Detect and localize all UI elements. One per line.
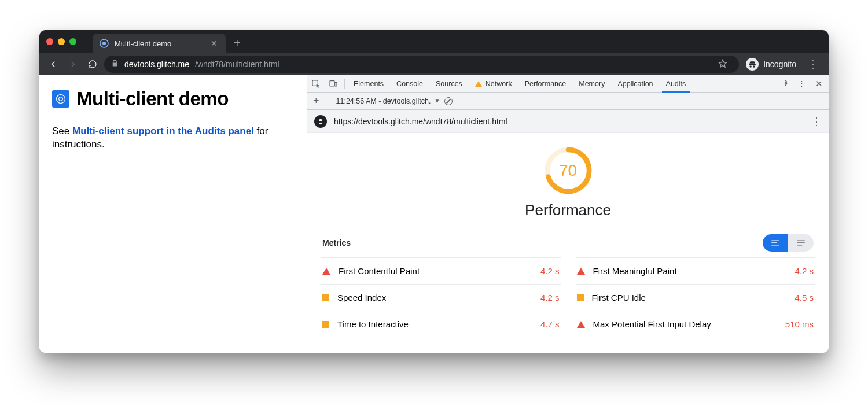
metric-value: 4.5 s	[795, 293, 814, 302]
metric-value: 4.2 s	[540, 293, 560, 302]
triangle-icon	[322, 268, 330, 275]
square-icon	[577, 294, 584, 301]
devtools-panel: Elements Console Sources Network Perform…	[307, 75, 829, 353]
tab-console[interactable]: Console	[390, 75, 429, 92]
see-prefix: See	[52, 126, 72, 136]
caret-down-icon: ▼	[435, 98, 440, 104]
svg-rect-5	[330, 80, 334, 86]
maximize-window-button[interactable]	[69, 38, 76, 45]
device-toolbar-button[interactable]	[325, 75, 342, 92]
address-bar[interactable]: devtools.glitch.me/wndt78/multiclient.ht…	[104, 56, 739, 73]
tab-performance[interactable]: Performance	[518, 75, 573, 92]
audit-run-select[interactable]: 11:24:56 AM - devtools.glitch. ▼	[336, 97, 440, 105]
page-link[interactable]: Multi-client support in the Audits panel	[72, 126, 254, 136]
metrics-view-toggle	[763, 234, 814, 252]
metric-fmp[interactable]: First Meaningful Paint 4.2 s	[576, 257, 815, 284]
tab-network[interactable]: Network	[469, 75, 518, 92]
lock-icon	[111, 60, 119, 69]
metric-fcp[interactable]: First Contentful Paint 4.2 s	[321, 257, 561, 284]
metric-si[interactable]: Speed Index 4.2 s	[321, 284, 561, 311]
browser-window: Multi-client demo ✕ + devtools.glitch.me…	[39, 30, 829, 353]
content-area: Multi-client demo See Multi-client suppo…	[39, 75, 829, 353]
page-logo-icon	[52, 90, 69, 108]
page-title: Multi-client demo	[76, 88, 229, 110]
audits-body: 70 Performance Metrics	[307, 133, 829, 353]
score-gauge: 70 Performance	[321, 143, 815, 219]
close-devtools-button[interactable]: ✕	[810, 79, 829, 89]
clear-audit-button[interactable]	[444, 97, 453, 105]
inspect-element-button[interactable]	[307, 75, 325, 92]
new-tab-button[interactable]: +	[226, 36, 249, 50]
triangle-icon	[577, 321, 585, 328]
metric-value: 4.7 s	[540, 319, 560, 329]
url-path: /wndt78/multiclient.html	[195, 60, 279, 69]
browser-menu-button[interactable]: ⋮	[803, 58, 823, 71]
square-icon	[322, 321, 329, 328]
bookmark-button[interactable]	[713, 59, 732, 70]
metrics-title: Metrics	[322, 238, 351, 248]
page-header: Multi-client demo	[52, 88, 294, 110]
metric-value: 4.2 s	[540, 266, 560, 276]
svg-point-2	[57, 95, 65, 104]
page-body-text: See Multi-client support in the Audits p…	[52, 125, 294, 152]
navigation-bar: devtools.glitch.me/wndt78/multiclient.ht…	[39, 53, 829, 75]
incognito-label: Incognito	[763, 60, 796, 69]
score-label: Performance	[525, 201, 611, 219]
chrome-favicon-icon	[100, 39, 109, 48]
warning-icon	[475, 81, 482, 87]
audit-url-text: https://devtools.glitch.me/wndt78/multic…	[334, 117, 507, 126]
more-tabs-button[interactable]	[778, 80, 794, 88]
audit-url-row: https://devtools.glitch.me/wndt78/multic…	[307, 110, 829, 133]
browser-tab[interactable]: Multi-client demo ✕	[93, 34, 226, 53]
svg-point-1	[102, 42, 106, 45]
tab-sources[interactable]: Sources	[429, 75, 469, 92]
devtools-settings-button[interactable]: ⋮	[794, 79, 810, 88]
incognito-indicator[interactable]: Incognito	[742, 58, 800, 71]
toolbar-separator	[329, 96, 329, 106]
metrics-header: Metrics	[321, 234, 815, 257]
close-tab-button[interactable]: ✕	[208, 39, 220, 48]
back-button[interactable]	[45, 56, 61, 72]
audits-toolbar: + 11:24:56 AM - devtools.glitch. ▼	[307, 93, 829, 110]
metric-tti[interactable]: Time to Interactive 4.7 s	[321, 311, 561, 337]
incognito-icon	[746, 58, 759, 71]
tab-title: Multi-client demo	[115, 39, 171, 48]
triangle-icon	[577, 268, 585, 275]
metric-mpfid[interactable]: Max Potential First Input Delay 510 ms	[576, 311, 815, 337]
close-window-button[interactable]	[46, 38, 53, 45]
metric-value: 4.2 s	[795, 266, 814, 276]
url-domain: devtools.glitch.me	[124, 60, 189, 69]
toolbar-overflow: ⋮ ✕	[778, 79, 829, 89]
devtools-toolbar: Elements Console Sources Network Perform…	[307, 75, 829, 93]
minimize-window-button[interactable]	[58, 38, 65, 45]
new-audit-button[interactable]: +	[311, 95, 322, 107]
audit-url-menu-button[interactable]: ⋮	[811, 115, 822, 128]
audit-run-label: 11:24:56 AM - devtools.glitch.	[336, 97, 431, 105]
metrics-view-expanded[interactable]	[788, 234, 814, 252]
window-controls	[45, 38, 81, 45]
metrics-grid: First Contentful Paint 4.2 s First Meani…	[321, 257, 815, 337]
tab-audits[interactable]: Audits	[660, 75, 693, 92]
tab-application[interactable]: Application	[611, 75, 659, 92]
reload-button[interactable]	[84, 56, 101, 72]
square-icon	[322, 294, 329, 301]
lighthouse-icon	[314, 115, 327, 128]
svg-rect-6	[335, 82, 337, 86]
metric-value: 510 ms	[785, 319, 814, 329]
svg-point-3	[59, 97, 63, 101]
tab-memory[interactable]: Memory	[572, 75, 611, 92]
page-viewport: Multi-client demo See Multi-client suppo…	[39, 75, 307, 353]
tab-strip: Multi-client demo ✕ +	[39, 30, 829, 53]
score-value: 70	[543, 146, 593, 195]
toolbar-separator	[344, 79, 345, 89]
tab-elements[interactable]: Elements	[347, 75, 390, 92]
forward-button[interactable]	[65, 56, 81, 72]
metric-fci[interactable]: First CPU Idle 4.5 s	[576, 284, 815, 311]
metrics-view-compact[interactable]	[763, 234, 788, 252]
